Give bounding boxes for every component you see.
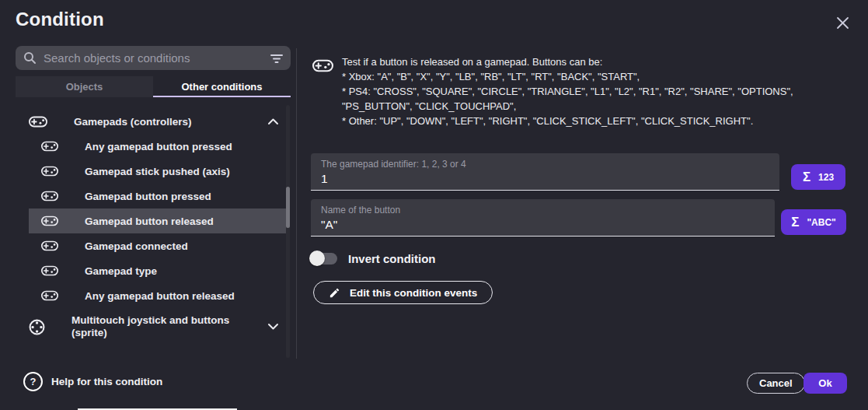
cancel-button[interactable]: Cancel bbox=[747, 373, 805, 394]
pencil-icon bbox=[329, 287, 340, 299]
sigma-icon: Σ bbox=[791, 215, 799, 230]
close-icon[interactable] bbox=[834, 14, 851, 31]
ok-button[interactable]: Ok bbox=[804, 373, 847, 394]
page-title: Condition bbox=[16, 9, 104, 30]
scrollbar-thumb[interactable] bbox=[286, 187, 290, 228]
gamepad-identifier-field: The gamepad identifier: 1, 2, 3 or 4 bbox=[311, 153, 779, 191]
help-link[interactable]: ? Help for this condition bbox=[23, 372, 162, 391]
field-label: Name of the button bbox=[321, 205, 765, 216]
gamepad-icon bbox=[29, 116, 47, 128]
help-icon: ? bbox=[23, 372, 43, 391]
condition-description: Test if a button is released on a gamepa… bbox=[342, 54, 861, 128]
gamepad-icon bbox=[41, 240, 58, 251]
list-item-selected[interactable]: Gamepad button released bbox=[29, 209, 286, 233]
scrollbar-track bbox=[286, 105, 290, 358]
tab-bar: Objects Other conditions bbox=[16, 76, 291, 97]
group-multitouch[interactable]: Multitouch joystick and buttons (sprite) bbox=[29, 308, 286, 345]
expression-builder-number-button[interactable]: Σ 123 bbox=[791, 164, 845, 190]
panel-divider bbox=[296, 48, 297, 359]
filter-icon[interactable] bbox=[270, 53, 283, 64]
tab-objects[interactable]: Objects bbox=[16, 76, 153, 97]
gamepad-identifier-input[interactable] bbox=[321, 172, 769, 186]
chevron-up-icon[interactable] bbox=[267, 118, 279, 125]
button-name-input[interactable] bbox=[321, 218, 765, 232]
group-gamepads[interactable]: Gamepads (controllers) bbox=[29, 109, 286, 134]
joystick-icon bbox=[29, 319, 45, 335]
field-label: The gamepad identifier: 1, 2, 3 or 4 bbox=[321, 159, 769, 170]
expression-builder-string-button[interactable]: Σ "ABC" bbox=[781, 209, 846, 235]
list-item[interactable]: Any gamepad button released bbox=[29, 283, 286, 308]
toggle-label: Invert condition bbox=[348, 252, 436, 265]
tab-other-conditions[interactable]: Other conditions bbox=[153, 76, 291, 97]
chevron-down-icon[interactable] bbox=[267, 324, 279, 331]
list-item[interactable]: Gamepad type bbox=[29, 258, 286, 283]
sigma-icon: Σ bbox=[803, 170, 810, 185]
edit-condition-events-button[interactable]: Edit this condition events bbox=[313, 281, 493, 304]
group-label: Multitouch joystick and buttons (sprite) bbox=[71, 314, 236, 339]
toggle-switch[interactable] bbox=[309, 249, 339, 268]
list-item[interactable]: Gamepad button pressed bbox=[29, 184, 286, 209]
search-input[interactable] bbox=[44, 51, 270, 65]
condition-dialog: Condition Objects Other conditions bbox=[0, 0, 868, 410]
search-icon bbox=[23, 51, 37, 65]
button-name-field: Name of the button bbox=[311, 199, 775, 237]
gamepad-icon bbox=[41, 216, 58, 226]
gamepad-icon bbox=[41, 290, 58, 301]
gamepad-icon bbox=[41, 191, 58, 201]
list-item[interactable]: Gamepad stick pushed (axis) bbox=[29, 159, 286, 184]
list-item[interactable]: Any gamepad button pressed bbox=[29, 134, 286, 159]
search-bar bbox=[16, 46, 291, 70]
conditions-list: Gamepads (controllers) Any gamepad butto… bbox=[16, 103, 287, 358]
gamepad-icon bbox=[41, 141, 58, 152]
invert-condition-toggle[interactable]: Invert condition bbox=[309, 249, 436, 268]
gamepad-icon bbox=[41, 166, 58, 177]
gamepad-icon bbox=[41, 265, 58, 276]
group-label: Gamepads (controllers) bbox=[74, 116, 192, 128]
list-item[interactable]: Gamepad connected bbox=[29, 233, 286, 258]
gamepad-icon bbox=[312, 59, 333, 72]
